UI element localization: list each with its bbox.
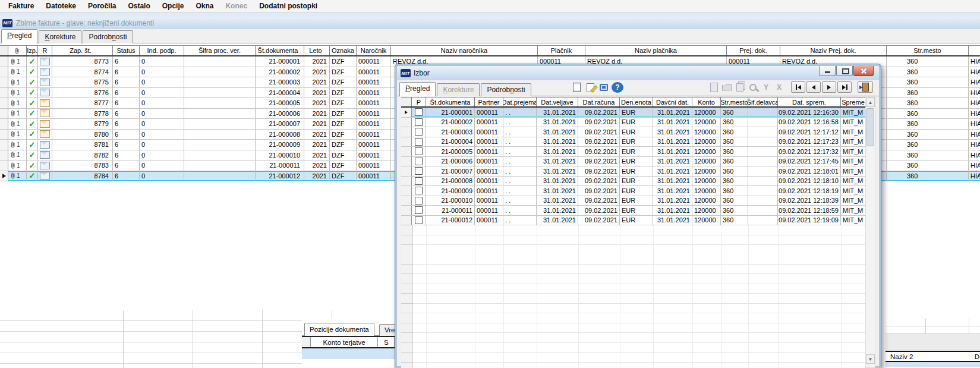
col-konto-terjatve[interactable]: Konto terjatve (311, 337, 379, 347)
exit-door-icon[interactable] (858, 81, 873, 93)
menu-item[interactable]: Fakture (2, 1, 40, 11)
checkbox[interactable] (415, 177, 423, 185)
col-naziv-2[interactable]: Naziv 2 (886, 353, 913, 360)
col-naziv-prej-dok[interactable]: Naziv Prej. dok. (780, 46, 887, 55)
col-oznaka[interactable]: Oznaka (330, 46, 357, 55)
dialog-tab[interactable]: Korekture (437, 83, 480, 96)
table-row[interactable]: 21-000007 000011 . . 31.01.2021 09.02.20… (401, 166, 865, 177)
edit-icon[interactable] (584, 82, 596, 93)
col-sif-delavca[interactable]: Šif.delavca (748, 97, 778, 106)
row-selector[interactable] (0, 109, 8, 119)
col-s[interactable]: S (378, 337, 395, 347)
table-row[interactable]: 21-000001 000011 . . 31.01.2021 09.02.20… (401, 108, 865, 118)
nav-prev-button[interactable] (806, 81, 821, 93)
col-dat-racuna[interactable]: Dat.računa (578, 97, 620, 106)
table-row[interactable]: 21-000003 000011 . . 31.01.2021 09.02.20… (401, 127, 865, 137)
col-placnik[interactable]: Plačnik (538, 46, 585, 55)
positions-selected-row[interactable] (302, 348, 395, 359)
nav-last-button[interactable] (837, 81, 852, 93)
col-str-mesto[interactable]: Str.mesto (887, 46, 969, 55)
row-selector[interactable] (0, 98, 8, 108)
row-selector[interactable] (0, 150, 8, 161)
preview-icon[interactable] (598, 82, 610, 93)
col-r[interactable]: R (38, 46, 52, 55)
table-row[interactable]: 21-000005 000011 . . 31.01.2021 09.02.20… (401, 147, 865, 157)
main-tab[interactable]: Pregled (1, 29, 37, 43)
row-selector[interactable] (0, 67, 8, 77)
col-attachment[interactable] (8, 46, 27, 55)
col-st-dokumenta[interactable]: Št.dokumenta (426, 97, 475, 106)
table-row[interactable]: 21-000002 000011 . . 31.01.2021 09.02.20… (401, 118, 865, 128)
col-status[interactable]: Status (113, 46, 140, 55)
menu-item[interactable]: Datoteke (40, 1, 82, 11)
checkbox[interactable] (415, 187, 423, 194)
table-row[interactable]: 21-000012 000011 . . 31.01.2021 09.02.20… (401, 216, 865, 226)
checkbox[interactable] (415, 158, 423, 165)
table-row[interactable]: 21-000004 000011 . . 31.01.2021 09.02.20… (401, 137, 865, 147)
menu-item[interactable]: Ostalo (122, 1, 156, 11)
help-icon[interactable]: ? (612, 82, 623, 93)
col-dat-prejema[interactable]: Dat.prejema (503, 97, 537, 106)
row-selector[interactable] (401, 147, 412, 156)
menu-item[interactable]: Okna (190, 1, 219, 11)
tab-pozicije-dokumenta[interactable]: Pozicije dokumenta (304, 323, 374, 336)
checkbox[interactable] (415, 197, 423, 205)
main-tab[interactable]: Korekture (39, 30, 81, 43)
menu-item[interactable]: Poročila (82, 1, 122, 11)
table-row[interactable]: 21-000011 000011 . . 31.01.2021 09.02.20… (401, 206, 865, 216)
col-prej-dok[interactable]: Prej. dok. (727, 46, 780, 55)
row-selector[interactable] (401, 177, 412, 186)
scroll-thumb[interactable] (866, 108, 874, 146)
col-naziv-narocnika[interactable]: Naziv naročnika (391, 46, 538, 55)
copy-icon-disabled[interactable] (734, 82, 746, 93)
table-row[interactable]: 21-000010 000011 . . 31.01.2021 09.02.20… (401, 196, 865, 206)
row-selector[interactable] (401, 118, 412, 127)
col-konto[interactable]: Konto (692, 97, 721, 106)
checkbox[interactable] (415, 118, 423, 126)
menu-item[interactable]: Dodatni postopki (253, 1, 323, 11)
nav-next-button[interactable] (822, 81, 836, 93)
row-selector[interactable] (401, 216, 412, 225)
col-d[interactable]: D (975, 353, 980, 360)
scroll-up-button[interactable]: ▲ (866, 97, 875, 107)
checkbox[interactable] (415, 138, 423, 146)
col-den-enota[interactable]: Den.enota (620, 97, 653, 106)
col-sifra-proc[interactable]: Šifra proc. ver. (184, 46, 256, 55)
checkbox[interactable] (415, 216, 423, 224)
filter-icon-disabled[interactable]: Y (760, 82, 772, 93)
row-selector[interactable] (401, 186, 412, 196)
col-zap-st[interactable]: Zap. št. (52, 46, 113, 55)
col-dat-sprem[interactable]: Dat. sprem. (778, 97, 841, 106)
col-narocnik[interactable]: Naročnik (357, 46, 391, 55)
row-selector[interactable] (0, 119, 8, 129)
vertical-scrollbar[interactable]: ▲ ▼ (865, 97, 875, 368)
new-icon-disabled[interactable] (708, 82, 720, 93)
row-selector[interactable] (401, 166, 412, 176)
row-selector[interactable] (401, 108, 412, 117)
search-icon-disabled[interactable] (747, 82, 759, 93)
col-st-dokumenta[interactable]: Št.dokumenta (256, 46, 304, 55)
delete-icon-disabled[interactable]: X (773, 82, 785, 93)
row-selector[interactable] (401, 137, 412, 147)
minimize-button[interactable] (819, 66, 836, 76)
table-row[interactable]: 21-000009 000011 . . 31.01.2021 09.02.20… (401, 186, 865, 196)
col-izp[interactable]: Izp. (27, 46, 38, 55)
row-selector[interactable] (401, 157, 412, 166)
row-selector[interactable] (0, 161, 8, 171)
dialog-tab[interactable]: Pregled (399, 82, 436, 96)
menu-item[interactable]: Opcije (156, 1, 190, 11)
checkbox[interactable] (415, 108, 423, 116)
checkbox[interactable] (415, 167, 423, 175)
checkbox[interactable] (415, 147, 423, 155)
maximize-button[interactable] (836, 66, 853, 76)
menu-item[interactable]: Konec (219, 1, 253, 11)
row-selector[interactable] (0, 77, 8, 87)
col-davcni-dat[interactable]: Davčni dat. (653, 97, 692, 106)
table-row[interactable]: 21-000006 000011 . . 31.01.2021 09.02.20… (401, 157, 865, 167)
row-selector[interactable] (0, 171, 8, 181)
col-p[interactable]: P (412, 97, 426, 106)
main-tab[interactable]: Podrobnosti (83, 30, 133, 43)
checkbox[interactable] (415, 206, 423, 214)
open-folder-icon-disabled[interactable] (721, 82, 733, 93)
table-row[interactable]: 21-000008 000011 . . 31.01.2021 09.02.20… (401, 177, 865, 187)
